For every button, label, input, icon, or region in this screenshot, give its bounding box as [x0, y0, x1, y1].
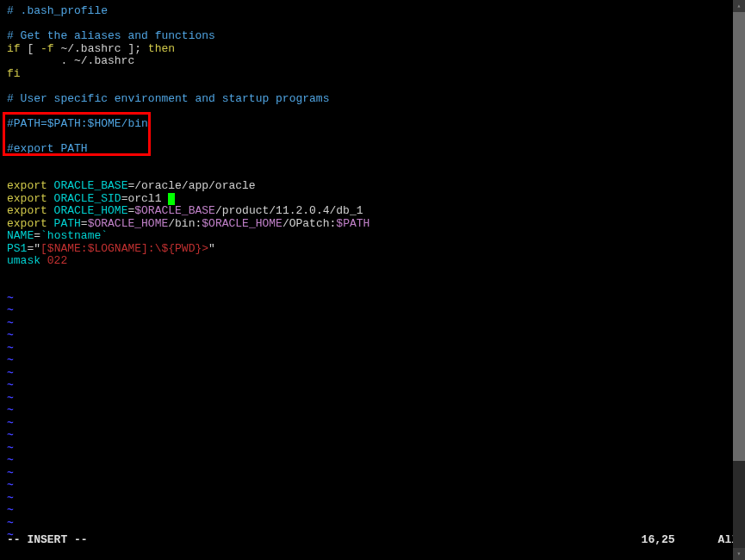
empty-line-marker: ~: [7, 493, 738, 506]
scroll-down-icon[interactable]: ▾: [733, 548, 745, 560]
var-assign: NAME: [7, 229, 34, 242]
empty-line-marker: ~: [7, 430, 738, 443]
empty-line-marker: ~: [7, 380, 738, 393]
empty-line-marker: ~: [7, 368, 738, 381]
comment-line: # User specific environment and startup …: [7, 92, 329, 105]
cursor: [168, 193, 175, 205]
umask: umask: [7, 254, 47, 267]
keyword: if: [7, 42, 21, 55]
export-keyword: export: [7, 217, 47, 230]
empty-line-marker: ~: [7, 343, 738, 356]
export-keyword: export: [7, 204, 47, 217]
empty-line-marker: ~: [7, 318, 738, 331]
empty-line-marker: ~: [7, 505, 738, 518]
status-bar: -- INSERT -- 16,25 All: [7, 534, 738, 547]
empty-line-marker: ~: [7, 405, 738, 418]
export-keyword: export: [7, 179, 47, 192]
comment-line: # .bash_profile: [7, 4, 108, 17]
editor-mode: -- INSERT --: [7, 534, 88, 547]
empty-line-marker: ~: [7, 518, 738, 531]
empty-line-marker: ~: [7, 330, 738, 343]
scroll-up-icon[interactable]: ▴: [733, 0, 745, 12]
comment-line: #PATH=$PATH:$HOME/bin: [7, 117, 148, 130]
empty-line-marker: ~: [7, 293, 738, 306]
empty-line-marker: ~: [7, 480, 738, 493]
comment-line: #export PATH: [7, 142, 88, 155]
var-assign: PS1: [7, 242, 27, 255]
scroll-thumb[interactable]: [733, 12, 745, 461]
scrollbar[interactable]: ▴ ▾: [733, 0, 745, 560]
editor-content[interactable]: # .bash_profile # Get the aliases and fu…: [0, 0, 745, 532]
code-line: . ~/.bashrc: [7, 54, 134, 67]
export-keyword: export: [7, 192, 47, 205]
empty-line-marker: ~: [7, 355, 738, 368]
cursor-position: 16,25: [642, 534, 675, 547]
empty-line-marker: ~: [7, 305, 738, 318]
keyword: fi: [7, 67, 21, 80]
empty-line-marker: ~: [7, 418, 738, 431]
empty-line-marker: ~: [7, 468, 738, 481]
empty-line-marker: ~: [7, 443, 738, 456]
comment-line: # Get the aliases and functions: [7, 29, 215, 42]
empty-line-marker: ~: [7, 393, 738, 406]
empty-line-marker: ~: [7, 455, 738, 468]
